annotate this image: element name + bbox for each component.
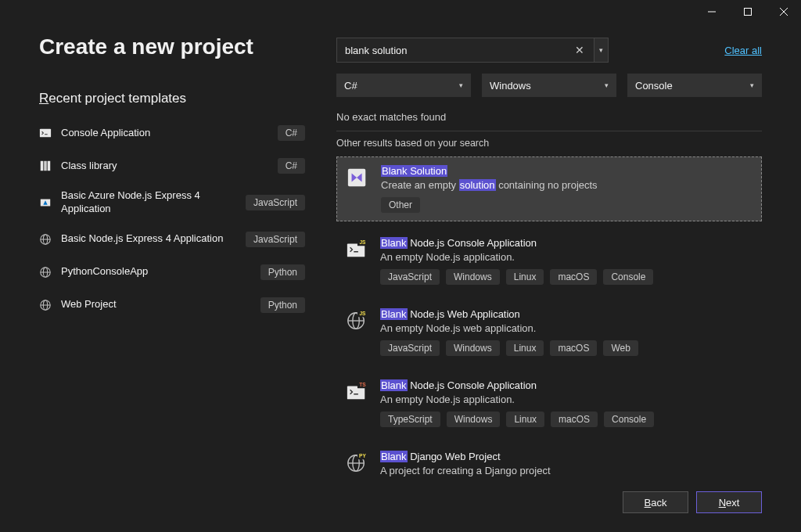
chevron-down-icon: ▾	[605, 81, 609, 89]
recent-template-item[interactable]: PythonConsoleAppPython	[39, 258, 305, 286]
svg-text:PY: PY	[359, 453, 366, 458]
result-tag: Console	[603, 269, 653, 285]
result-item[interactable]: JSBlank Node.js Web ApplicationAn empty …	[336, 300, 762, 364]
result-tag: Linux	[506, 269, 544, 285]
language-badge: JavaScript	[246, 232, 305, 247]
result-description: An empty Node.js web application.	[380, 322, 753, 334]
result-tag: Console	[604, 412, 654, 427]
result-tag: macOS	[550, 340, 597, 356]
result-icon: PY	[346, 452, 368, 474]
result-title: Blank Node.js Console Application	[380, 237, 753, 249]
no-exact-matches-text: No exact matches found	[336, 111, 762, 123]
recent-template-label: PythonConsoleApp	[61, 265, 251, 279]
maximize-button[interactable]	[737, 1, 759, 23]
result-item[interactable]: JSBlank Node.js Console ApplicationAn em…	[336, 229, 762, 293]
language-badge: C#	[278, 158, 305, 174]
result-tag: Windows	[446, 340, 500, 356]
svg-rect-4	[40, 129, 51, 138]
chevron-down-icon: ▾	[750, 81, 754, 89]
result-icon: JS	[346, 239, 368, 261]
result-item[interactable]: PYBlank Django Web ProjectA project for …	[336, 443, 762, 491]
library-icon	[39, 160, 52, 172]
result-description: An empty Node.js application.	[380, 394, 753, 405]
result-tag: JavaScript	[380, 269, 440, 285]
result-tag: TypeScript	[380, 412, 440, 427]
svg-rect-1	[745, 9, 752, 16]
result-description: A project for creating a Django project	[380, 465, 753, 476]
result-description: An empty Node.js application.	[380, 251, 753, 263]
recent-template-label: Basic Azure Node.js Express 4 Applicatio…	[61, 189, 236, 216]
back-button[interactable]: Back	[623, 491, 688, 513]
result-tags: TypeScriptWindowsLinuxmacOSConsole	[380, 412, 753, 427]
filter-platform[interactable]: Windows▾	[482, 74, 616, 97]
search-dropdown-button[interactable]: ▾	[594, 38, 609, 63]
next-button[interactable]: Next	[696, 491, 762, 513]
web-icon	[39, 266, 52, 279]
page-title: Create a new project	[39, 34, 305, 59]
language-badge: Python	[260, 297, 305, 313]
result-tag: Linux	[506, 412, 544, 427]
result-tags: Other	[381, 197, 752, 213]
web-icon	[39, 299, 52, 311]
result-tag: macOS	[550, 269, 597, 285]
recent-templates-list: Console ApplicationC#Class libraryC#Basi…	[39, 119, 305, 319]
result-title: Blank Django Web Project	[380, 451, 753, 462]
recent-template-label: Basic Node.js Express 4 Application	[61, 232, 236, 246]
filter-project-type[interactable]: Console▾	[627, 74, 762, 97]
result-tag: macOS	[551, 412, 598, 427]
result-tag: Linux	[506, 340, 544, 356]
result-tag: Windows	[446, 269, 500, 285]
language-badge: Python	[260, 264, 305, 280]
result-icon: TS	[346, 381, 368, 403]
language-badge: JavaScript	[246, 195, 305, 210]
results-list: Blank SolutionCreate an empty solution c…	[336, 156, 762, 491]
result-tags: JavaScriptWindowsLinuxmacOSWeb	[380, 340, 753, 356]
result-tag: JavaScript	[380, 340, 440, 356]
result-tags: JavaScriptWindowsLinuxmacOSConsole	[380, 269, 753, 285]
recent-templates-heading: Recent project templates	[39, 91, 305, 106]
recent-template-label: Class library	[61, 160, 268, 173]
clear-all-link[interactable]: Clear all	[724, 45, 762, 56]
console-icon	[39, 127, 52, 139]
result-title: Blank Node.js Console Application	[380, 379, 753, 391]
azure-icon	[39, 196, 52, 209]
recent-template-item[interactable]: Basic Node.js Express 4 ApplicationJavaS…	[39, 225, 305, 253]
chevron-down-icon: ▾	[459, 81, 463, 89]
recent-template-item[interactable]: Console ApplicationC#	[39, 119, 305, 147]
result-tag: Windows	[447, 412, 501, 427]
language-badge: C#	[278, 125, 305, 141]
filter-language[interactable]: C#▾	[336, 74, 471, 97]
web-icon	[39, 233, 52, 246]
recent-template-label: Console Application	[61, 127, 268, 140]
svg-text:JS: JS	[359, 311, 366, 316]
recent-template-item[interactable]: Web ProjectPython	[39, 291, 305, 319]
svg-text:TS: TS	[359, 382, 366, 387]
svg-rect-5	[41, 161, 44, 171]
result-tag: Other	[381, 197, 420, 213]
minimize-button[interactable]	[701, 1, 723, 23]
svg-rect-6	[44, 161, 47, 171]
close-button[interactable]	[773, 1, 795, 23]
search-clear-icon[interactable]: ✕	[572, 44, 587, 56]
result-icon: JS	[346, 310, 368, 332]
result-title: Blank Solution	[381, 165, 752, 177]
recent-template-item[interactable]: Class libraryC#	[39, 152, 305, 180]
recent-template-item[interactable]: Basic Azure Node.js Express 4 Applicatio…	[39, 185, 305, 221]
result-item[interactable]: Blank SolutionCreate an empty solution c…	[336, 156, 762, 221]
search-input[interactable]	[345, 45, 572, 56]
result-icon	[347, 167, 368, 189]
other-results-label: Other results based on your search	[336, 138, 762, 149]
svg-rect-7	[48, 161, 51, 171]
titlebar	[0, 0, 801, 23]
search-input-container[interactable]: ✕	[336, 38, 594, 63]
divider	[336, 131, 762, 131]
result-description: Create an empty solution containing no p…	[381, 179, 752, 191]
recent-template-label: Web Project	[61, 298, 251, 311]
svg-text:JS: JS	[359, 239, 366, 245]
result-tag: Web	[603, 340, 638, 356]
result-title: Blank Node.js Web Application	[380, 308, 753, 320]
result-item[interactable]: TSBlank Node.js Console ApplicationAn em…	[336, 372, 762, 435]
